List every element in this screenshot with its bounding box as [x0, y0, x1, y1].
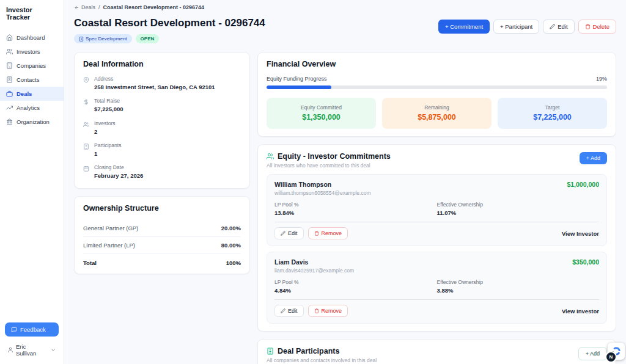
breadcrumb-separator: /	[98, 4, 100, 10]
building-icon	[267, 348, 274, 355]
edit-label: Edit	[558, 23, 567, 30]
page-title: Coastal Resort Development - 0296744	[74, 17, 265, 29]
trend-icon	[6, 104, 13, 111]
map-pin-icon	[83, 77, 89, 83]
sidebar-nav: Dashboard Investors Companies Contacts D…	[0, 31, 64, 318]
user-menu[interactable]: Eric Sullivan	[5, 337, 59, 358]
notification-badge[interactable]: N	[605, 351, 617, 363]
app-title: Investor Tracker	[0, 0, 64, 31]
equity-section-title: Equity - Investor Commitments	[278, 152, 391, 161]
edit-deal-button[interactable]: Edit	[543, 20, 574, 34]
investor-row: Liam Davis liam.davis4025917@example.com…	[267, 252, 607, 324]
breadcrumb-back-link[interactable]: Deals	[74, 4, 95, 10]
right-column: Financial Overview Equity Funding Progre…	[257, 52, 616, 364]
ownership-structure-title: Ownership Structure	[83, 204, 241, 213]
participants-section-subtitle: All companies and contacts involved in t…	[267, 357, 377, 363]
add-commitment-button[interactable]: + Commitment	[438, 20, 490, 34]
info-closing-date: Closing Date February 27, 2026	[83, 164, 241, 180]
investor-row: William Thompson william.thompson6058554…	[267, 174, 607, 246]
deal-information-card: Deal Information Address 258 Investment …	[74, 52, 250, 189]
progress-bar-fill	[267, 86, 331, 89]
participants-section-title: Deal Participants	[278, 347, 339, 355]
equity-commitments-card: Equity - Investor Commitments All invest…	[257, 144, 616, 332]
deal-participants-card: Deal Participants All companies and cont…	[257, 339, 616, 364]
bank-icon	[6, 118, 13, 125]
stat-label: Target	[504, 104, 601, 111]
commitment-amount: $350,000	[572, 258, 599, 266]
effective-ownership-label: Effective Ownership	[437, 279, 600, 285]
trash-icon	[314, 231, 319, 236]
pencil-icon	[550, 24, 555, 29]
remove-commitment-button[interactable]: Remove	[308, 305, 348, 317]
delete-deal-button[interactable]: Delete	[578, 20, 616, 34]
info-label: Closing Date	[94, 164, 143, 170]
participants-section-title-row: Deal Participants	[267, 347, 377, 355]
users-icon	[267, 153, 274, 160]
sidebar-item-organization[interactable]: Organization	[0, 115, 64, 129]
lp-pool-label: LP Pool %	[274, 279, 437, 285]
ownership-structure-card: Ownership Structure General Partner (GP)…	[74, 196, 250, 274]
participants-section-header: Deal Participants All companies and cont…	[267, 347, 607, 363]
content-columns: Deal Information Address 258 Investment …	[64, 49, 626, 364]
trash-icon	[585, 24, 591, 29]
ownership-label: General Partner (GP)	[83, 225, 138, 231]
edit-commitment-button[interactable]: Edit	[274, 305, 304, 317]
user-icon	[7, 347, 13, 353]
sidebar-item-dashboard[interactable]: Dashboard	[0, 31, 64, 45]
remove-commitment-button[interactable]: Remove	[308, 227, 348, 239]
info-participants: Participants 1	[83, 142, 241, 158]
ownership-value: 80.00%	[221, 242, 241, 249]
deal-type-badge: Spec Development	[74, 34, 132, 43]
lp-pool-label: LP Pool %	[274, 202, 437, 208]
sidebar-item-label: Dashboard	[17, 34, 45, 41]
calendar-icon	[83, 166, 89, 172]
breadcrumb: Deals / Coastal Resort Development - 029…	[64, 0, 626, 13]
pencil-icon	[281, 231, 285, 236]
status-badge: OPEN	[136, 34, 160, 43]
sidebar-item-contacts[interactable]: Contacts	[0, 73, 64, 87]
add-participant-inline-button[interactable]: + Add	[578, 347, 607, 360]
stat-value: $1,350,000	[273, 113, 370, 122]
info-investors: Investors 2	[83, 120, 241, 136]
breadcrumb-back-label: Deals	[81, 4, 95, 10]
sidebar-item-analytics[interactable]: Analytics	[0, 101, 64, 115]
info-value: 258 Investment Street, San Diego, CA 921…	[94, 83, 215, 91]
arrow-left-icon	[74, 5, 79, 10]
ownership-total-row: Total 100%	[83, 254, 241, 266]
feedback-label: Feedback	[20, 326, 46, 333]
sidebar-item-label: Analytics	[17, 104, 40, 111]
sidebar-item-investors[interactable]: Investors	[0, 45, 64, 59]
stat-target: Target $7,225,000	[498, 98, 607, 129]
building-icon	[79, 37, 84, 42]
view-investor-link[interactable]: View Investor	[562, 308, 599, 315]
edit-commitment-button[interactable]: Edit	[274, 227, 304, 239]
view-investor-link[interactable]: View Investor	[562, 230, 599, 237]
sidebar-item-label: Contacts	[17, 76, 40, 83]
equity-section-title-row: Equity - Investor Commitments	[267, 152, 391, 161]
progress-bar	[267, 86, 607, 89]
sidebar-item-label: Investors	[17, 48, 40, 55]
progress-header: Equity Funding Progress 19%	[267, 76, 607, 82]
add-commitment-inline-button[interactable]: + Add	[580, 152, 607, 164]
stat-equity-committed: Equity Committed $1,350,000	[267, 98, 376, 129]
header-actions: + Commitment + Participant Edit Delete	[438, 20, 616, 34]
stat-value: $5,875,000	[388, 113, 485, 122]
lp-pool-metric: LP Pool % 13.84%	[274, 202, 437, 216]
sidebar-item-companies[interactable]: Companies	[0, 59, 64, 73]
sidebar-item-deals[interactable]: Deals	[0, 87, 64, 101]
ownership-row-gp: General Partner (GP) 20.00%	[83, 220, 241, 237]
investor-name: Liam Davis	[274, 258, 354, 266]
breadcrumb-current: Coastal Resort Development - 0296744	[103, 4, 205, 10]
deal-information-title: Deal Information	[83, 60, 241, 68]
effective-ownership-value: 11.07%	[437, 209, 600, 216]
info-total-raise: Total Raise $7,225,000	[83, 98, 241, 113]
users-icon	[83, 122, 89, 128]
feedback-button[interactable]: Feedback	[5, 322, 59, 337]
add-participant-button[interactable]: + Participant	[493, 20, 539, 34]
building-icon	[83, 144, 89, 150]
financial-overview-title: Financial Overview	[267, 60, 607, 68]
ownership-total-label: Total	[83, 260, 97, 266]
effective-ownership-metric: Effective Ownership 3.88%	[437, 279, 600, 294]
info-value: $7,225,000	[94, 105, 123, 113]
investor-email: william.thompson6058554@example.com	[274, 190, 370, 196]
